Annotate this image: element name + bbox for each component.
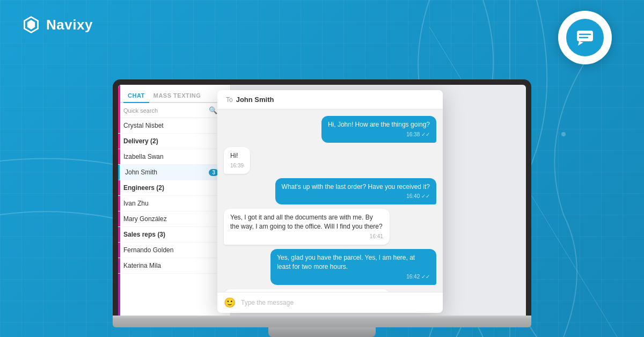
contact-item[interactable]: Fernando Golden bbox=[118, 243, 230, 258]
svg-marker-5 bbox=[27, 20, 35, 30]
contact-item[interactable]: Katerina Mila bbox=[118, 258, 230, 274]
message-time: 16:41 bbox=[230, 233, 383, 240]
contact-name: Delivery (2) bbox=[123, 137, 221, 145]
chat-window: To John Smith Hi, John! How are the thin… bbox=[217, 90, 443, 313]
contact-item[interactable]: Sales reps (3) bbox=[118, 227, 230, 243]
contact-item[interactable]: Delivery (2) bbox=[118, 134, 230, 149]
contact-name: Mary González bbox=[123, 215, 221, 223]
message-time: 16:39 bbox=[230, 162, 244, 170]
message-bubble: Hi!16:39 bbox=[224, 147, 250, 174]
to-label: To bbox=[226, 96, 233, 104]
chat-bubble-icon bbox=[574, 26, 596, 49]
contact-list: Crystal NisbetDelivery (2)Izabella SwanJ… bbox=[118, 118, 230, 316]
search-input-placeholder[interactable]: Quick search bbox=[123, 107, 206, 114]
contact-item[interactable]: Engineers (2) bbox=[118, 180, 230, 196]
chat-tabs: CHAT MASS TEXTING bbox=[118, 85, 230, 103]
message-input[interactable]: Type the message bbox=[241, 299, 436, 306]
chat-window-header: To John Smith bbox=[217, 90, 443, 109]
chat-icon-inner bbox=[566, 19, 604, 56]
chat-icon-circle bbox=[558, 11, 612, 64]
contact-item[interactable]: Izabella Swan bbox=[118, 149, 230, 165]
message-bubble: Yes, glad you have the parcel. Yes, I am… bbox=[270, 249, 436, 285]
laptop-stand bbox=[268, 327, 376, 337]
tab-chat[interactable]: CHAT bbox=[123, 89, 149, 103]
contact-name: Engineers (2) bbox=[123, 184, 221, 192]
search-icon[interactable]: 🔍 bbox=[209, 106, 217, 114]
laptop-screen: CHAT MASS TEXTING Quick search 🔍 ≡ Cryst… bbox=[118, 85, 526, 316]
contact-item[interactable]: Ivan Zhu bbox=[118, 196, 230, 211]
contact-name: Ivan Zhu bbox=[123, 200, 221, 207]
laptop-base bbox=[113, 316, 531, 327]
message-time: 16:40 ✓✓ bbox=[282, 193, 430, 200]
contact-name: Sales reps (3) bbox=[123, 231, 221, 238]
contact-name: Crystal Nisbet bbox=[123, 122, 221, 129]
contact-name: Fernando Golden bbox=[123, 246, 221, 254]
logo-text: Navixy bbox=[46, 17, 93, 33]
search-bar: Quick search 🔍 ≡ bbox=[118, 103, 230, 118]
laptop-wrapper: CHAT MASS TEXTING Quick search 🔍 ≡ Cryst… bbox=[113, 79, 531, 337]
tab-mass-texting[interactable]: MASS TEXTING bbox=[149, 89, 206, 102]
contact-name: John Smith bbox=[125, 169, 209, 176]
recipient-name: John Smith bbox=[236, 96, 274, 104]
message-bubble: What's up with the last order? Have you … bbox=[275, 178, 436, 205]
message-bubble: Yes, I got it and all the documents are … bbox=[224, 209, 390, 245]
svg-rect-6 bbox=[577, 31, 593, 41]
navixy-logo-icon bbox=[21, 15, 41, 34]
chat-panel: CHAT MASS TEXTING Quick search 🔍 ≡ Cryst… bbox=[118, 85, 231, 316]
message-time: 16:38 ✓✓ bbox=[328, 131, 430, 138]
emoji-icon[interactable]: 🙂 bbox=[224, 297, 236, 309]
contact-item[interactable]: Mary González bbox=[118, 211, 230, 227]
contact-item[interactable]: John Smith3 bbox=[118, 165, 230, 180]
logo-area: Navixy bbox=[21, 15, 93, 34]
svg-marker-7 bbox=[578, 41, 583, 46]
contact-name: Katerina Mila bbox=[123, 262, 221, 269]
contact-item[interactable]: Crystal Nisbet bbox=[118, 118, 230, 134]
message-bubble: Hi, John! How are the things going?16:38… bbox=[321, 116, 436, 143]
laptop-screen-frame: CHAT MASS TEXTING Quick search 🔍 ≡ Cryst… bbox=[113, 79, 531, 316]
chat-input-bar[interactable]: 🙂 Type the message bbox=[217, 292, 443, 313]
message-time: 16:42 ✓✓ bbox=[277, 273, 430, 281]
chat-messages: Hi, John! How are the things going?16:38… bbox=[217, 109, 443, 292]
contact-name: Izabella Swan bbox=[123, 153, 221, 160]
message-bubble: Great. I have something to ask you about… bbox=[224, 289, 390, 292]
